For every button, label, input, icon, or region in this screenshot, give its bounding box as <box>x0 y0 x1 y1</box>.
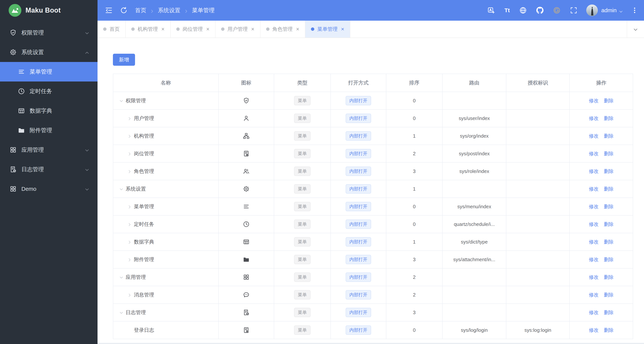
route-cell: sys/menu/index <box>442 198 506 215</box>
auth-cell <box>506 233 570 251</box>
sidebar: Maku Boot 权限管理系统设置菜单管理定时任务数据字典附件管理应用管理日志… <box>0 0 98 344</box>
open-mode-badge: 内部打开 <box>346 96 371 105</box>
route-cell: sys/role/index <box>442 162 506 180</box>
type-cell: 菜单 <box>274 145 331 162</box>
delete-link[interactable]: 删除 <box>604 98 614 103</box>
sort-cell: 3 <box>386 162 442 180</box>
tree-expand-icon[interactable] <box>119 99 124 103</box>
sidebar-item[interactable]: 日志管理 <box>0 160 98 179</box>
edit-link[interactable]: 修改 <box>589 151 598 156</box>
delete-link[interactable]: 删除 <box>604 257 614 262</box>
sidebar-item[interactable]: Demo <box>0 179 98 199</box>
delete-link[interactable]: 删除 <box>604 204 614 209</box>
type-badge: 菜单 <box>294 237 310 247</box>
edit-link[interactable]: 修改 <box>589 274 598 280</box>
fullscreen-icon[interactable] <box>570 7 577 14</box>
tree-collapse-icon[interactable] <box>128 116 132 120</box>
actions-cell: 修改删除 <box>570 162 633 180</box>
refresh-icon[interactable] <box>120 7 128 14</box>
type-cell: 菜单 <box>274 109 331 127</box>
sidebar-item[interactable]: 应用管理 <box>0 140 98 160</box>
user-menu[interactable]: admin <box>586 5 623 16</box>
tab-close-icon[interactable]: × <box>206 26 210 32</box>
tab-item[interactable]: 用户管理× <box>216 21 260 38</box>
edit-link[interactable]: 修改 <box>589 292 598 298</box>
gitee-icon[interactable] <box>553 7 560 14</box>
add-button[interactable]: 新增 <box>113 54 135 66</box>
tab-close-icon[interactable]: × <box>341 26 344 32</box>
edit-link[interactable]: 修改 <box>589 133 598 139</box>
tree-collapse-icon[interactable] <box>128 134 132 138</box>
delete-link[interactable]: 删除 <box>604 115 614 121</box>
delete-link[interactable]: 删除 <box>604 133 614 139</box>
edit-link[interactable]: 修改 <box>589 310 598 315</box>
tree-expand-icon[interactable] <box>119 310 124 314</box>
actions-cell: 修改删除 <box>570 109 633 127</box>
edit-link[interactable]: 修改 <box>589 221 598 227</box>
tab-close-icon[interactable]: × <box>251 26 254 32</box>
breadcrumb-item[interactable]: 首页 <box>135 7 146 14</box>
edit-link[interactable]: 修改 <box>589 239 598 245</box>
tab-close-icon[interactable]: × <box>161 26 165 32</box>
sidebar-subitem[interactable]: 附件管理 <box>0 121 98 140</box>
tab-dot <box>221 28 224 31</box>
delete-link[interactable]: 删除 <box>604 292 614 298</box>
edit-link[interactable]: 修改 <box>589 257 598 262</box>
delete-link[interactable]: 删除 <box>604 221 614 227</box>
tree-collapse-icon[interactable] <box>128 257 132 262</box>
tree-collapse-icon[interactable] <box>128 169 132 173</box>
dict-table-icon <box>243 239 250 245</box>
tree-collapse-icon[interactable] <box>128 293 132 297</box>
delete-link[interactable]: 删除 <box>604 274 614 280</box>
tab-item[interactable]: 角色管理× <box>260 21 306 38</box>
table-row: 数据字典菜单内部打开1sys/dict/type修改删除 <box>113 233 633 251</box>
shield-check-icon <box>243 97 250 104</box>
sidebar-subitem[interactable]: 菜单管理 <box>0 62 98 82</box>
type-cell: 菜单 <box>274 127 331 145</box>
sidebar-subitem[interactable]: 定时任务 <box>0 82 98 101</box>
tree-expand-icon[interactable] <box>119 275 124 279</box>
open-mode-cell: 内部打开 <box>331 251 386 268</box>
name-cell: 日志管理 <box>113 304 218 321</box>
tab-item[interactable]: 岗位管理× <box>171 21 216 38</box>
breadcrumb-item[interactable]: 系统设置 <box>158 7 180 14</box>
tab-item[interactable]: 机构管理× <box>126 21 171 38</box>
collapse-sidebar-icon[interactable] <box>105 7 112 14</box>
tab-active[interactable]: 菜单管理× <box>305 21 350 38</box>
tab-close-icon[interactable]: × <box>296 26 300 32</box>
tree-collapse-icon[interactable] <box>128 151 132 156</box>
sidebar-item[interactable]: 系统设置 <box>0 43 98 62</box>
sidebar-item[interactable]: 权限管理 <box>0 23 98 43</box>
font-size-icon[interactable]: Tt <box>504 7 510 14</box>
tab-item[interactable]: 首页 <box>98 21 126 38</box>
tab-actions-dropdown[interactable] <box>627 21 644 38</box>
more-options-icon[interactable] <box>631 7 638 14</box>
edit-link[interactable]: 修改 <box>589 327 598 333</box>
delete-link[interactable]: 删除 <box>604 151 614 156</box>
sidebar-subitem[interactable]: 数据字典 <box>0 101 98 121</box>
github-icon[interactable] <box>536 7 544 14</box>
tree-collapse-icon[interactable] <box>128 222 132 226</box>
delete-link[interactable]: 删除 <box>604 239 614 245</box>
delete-link[interactable]: 删除 <box>604 186 614 192</box>
table-row: 应用管理菜单内部打开2修改删除 <box>113 268 633 286</box>
tree-collapse-icon[interactable] <box>128 205 132 209</box>
edit-link[interactable]: 修改 <box>589 204 598 209</box>
route-cell <box>442 286 506 304</box>
delete-link[interactable]: 删除 <box>604 327 614 333</box>
clock-icon <box>18 88 25 95</box>
edit-link[interactable]: 修改 <box>589 98 598 103</box>
translate-icon[interactable] <box>488 7 495 14</box>
table-header-row: 名称图标类型打开方式排序路由授权标识操作 <box>113 74 633 92</box>
tree-expand-icon[interactable] <box>119 187 124 191</box>
grid-icon <box>10 146 16 153</box>
icon-cell <box>218 198 274 215</box>
edit-link[interactable]: 修改 <box>589 186 598 192</box>
edit-link[interactable]: 修改 <box>589 115 598 121</box>
delete-link[interactable]: 删除 <box>604 168 614 174</box>
delete-link[interactable]: 删除 <box>604 310 614 315</box>
globe-icon[interactable] <box>520 7 526 14</box>
grid-icon <box>10 186 16 192</box>
tree-collapse-icon[interactable] <box>128 240 132 244</box>
edit-link[interactable]: 修改 <box>589 168 598 174</box>
